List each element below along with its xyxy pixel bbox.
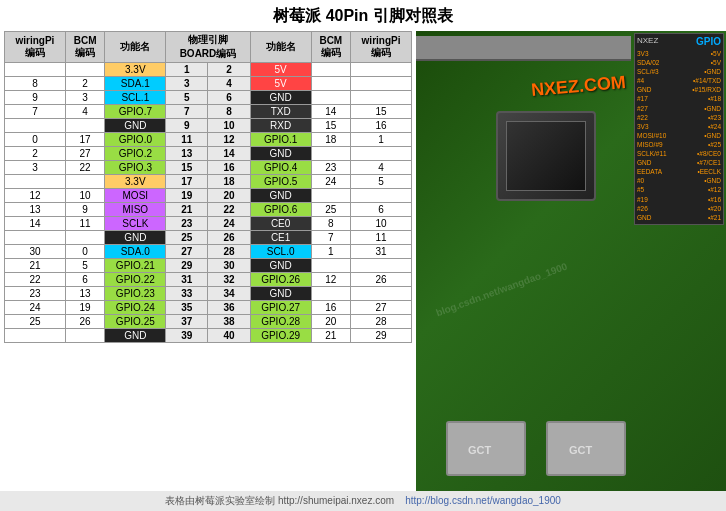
table-cell: 14: [5, 217, 66, 231]
table-cell: 25: [311, 203, 351, 217]
gpio-pin-row: GND•#7/CE1: [637, 158, 721, 167]
gpio-left: #4: [637, 76, 644, 85]
pin-number-right: 14: [208, 147, 250, 161]
usb-label-1: GCT: [468, 444, 491, 456]
table-cell: 27: [351, 301, 412, 315]
table-section: wiringPi编码 BCM编码 功能名 物理引脚BOARD编码 功能名 BCM…: [0, 31, 416, 491]
table-cell: [311, 259, 351, 273]
table-cell: 28: [351, 315, 412, 329]
gpio-right: •5V: [711, 49, 721, 58]
table-cell: [311, 63, 351, 77]
gpio-label: GPIO: [696, 36, 721, 47]
gpio-pin-row: #27•GND: [637, 104, 721, 113]
table-cell: [351, 63, 412, 77]
table-cell: 0: [65, 245, 105, 259]
pin-number-right: 2: [208, 63, 250, 77]
pin-number-right: 26: [208, 231, 250, 245]
gpio-left: GND: [637, 85, 651, 94]
pin-number-left: 17: [166, 175, 208, 189]
table-cell: GPIO.2: [105, 147, 166, 161]
table-cell: MISO: [105, 203, 166, 217]
table-cell: [351, 77, 412, 91]
gpio-strip-header: NXEZ GPIO: [637, 36, 721, 47]
table-cell: 31: [351, 245, 412, 259]
pin-number-right: 20: [208, 189, 250, 203]
table-cell: 15: [351, 105, 412, 119]
gpio-left: SCL/#3: [637, 67, 659, 76]
table-cell: 13: [5, 203, 66, 217]
pin-number-left: 39: [166, 329, 208, 343]
pin-number-left: 3: [166, 77, 208, 91]
gpio-right: •GND: [704, 104, 721, 113]
footer-text: 表格由树莓派实验室绘制 http://shumeipai.nxez.com: [165, 495, 394, 506]
pin-number-right: 22: [208, 203, 250, 217]
pin-number-right: 38: [208, 315, 250, 329]
pin-number-right: 6: [208, 91, 250, 105]
table-cell: 11: [65, 217, 105, 231]
table-cell: 23: [5, 287, 66, 301]
table-cell: 21: [311, 329, 351, 343]
table-cell: 21: [5, 259, 66, 273]
table-cell: GPIO.5: [250, 175, 311, 189]
table-cell: MOSI: [105, 189, 166, 203]
table-cell: 9: [65, 203, 105, 217]
table-cell: 4: [65, 105, 105, 119]
table-cell: [5, 329, 66, 343]
pin-number-left: 25: [166, 231, 208, 245]
table-cell: 18: [311, 133, 351, 147]
pin-number-right: 30: [208, 259, 250, 273]
gpio-left: 3V3: [637, 122, 649, 131]
table-cell: TXD: [250, 105, 311, 119]
pin-number-left: 35: [166, 301, 208, 315]
gpio-right: •#12: [708, 185, 721, 194]
table-cell: 16: [311, 301, 351, 315]
table-cell: [351, 147, 412, 161]
pin-number-right: 32: [208, 273, 250, 287]
footer-text2: http://blog.csdn.net/wangdao_1900: [405, 495, 561, 506]
table-cell: [65, 175, 105, 189]
gpio-pin-row: SCL/#3•GND: [637, 67, 721, 76]
table-cell: [5, 175, 66, 189]
pin-number-left: 1: [166, 63, 208, 77]
pin-number-left: 23: [166, 217, 208, 231]
table-cell: 3.3V: [105, 175, 166, 189]
table-cell: 30: [5, 245, 66, 259]
table-cell: 3: [5, 161, 66, 175]
table-cell: 1: [351, 133, 412, 147]
table-cell: 23: [311, 161, 351, 175]
table-cell: 16: [351, 119, 412, 133]
header-func1: 功能名: [105, 32, 166, 63]
gpio-right: •5V: [711, 58, 721, 67]
gpio-left: GND: [637, 213, 651, 222]
table-cell: [65, 231, 105, 245]
gpio-right: •#21: [708, 213, 721, 222]
gpio-pin-row: EEDATA•EECLK: [637, 167, 721, 176]
table-header-row: wiringPi编码 BCM编码 功能名 物理引脚BOARD编码 功能名 BCM…: [5, 32, 412, 63]
gpio-pin-row: #17•#18: [637, 94, 721, 103]
gpio-left: GND: [637, 158, 651, 167]
header-wiringpi2: wiringPi编码: [351, 32, 412, 63]
pin-number-right: 16: [208, 161, 250, 175]
table-cell: [311, 77, 351, 91]
pin-number-right: 36: [208, 301, 250, 315]
table-cell: GPIO.24: [105, 301, 166, 315]
gpio-pin-row: 3V3•5V: [637, 49, 721, 58]
gpio-right: •#25: [708, 140, 721, 149]
table-cell: 22: [5, 273, 66, 287]
header-func2: 功能名: [250, 32, 311, 63]
table-cell: GND: [105, 231, 166, 245]
table-cell: 4: [351, 161, 412, 175]
table-cell: GPIO.23: [105, 287, 166, 301]
table-cell: 0: [5, 133, 66, 147]
pin-number-right: 28: [208, 245, 250, 259]
table-cell: [5, 63, 66, 77]
chip: [496, 111, 596, 201]
table-cell: [351, 259, 412, 273]
gpio-pin-row: #19•#16: [637, 195, 721, 204]
footer: 表格由树莓派实验室绘制 http://shumeipai.nxez.com ht…: [0, 491, 726, 511]
table-cell: 2: [65, 77, 105, 91]
table-cell: GPIO.6: [250, 203, 311, 217]
table-cell: [311, 189, 351, 203]
table-cell: 27: [65, 147, 105, 161]
gpio-pin-row: #5•#12: [637, 185, 721, 194]
